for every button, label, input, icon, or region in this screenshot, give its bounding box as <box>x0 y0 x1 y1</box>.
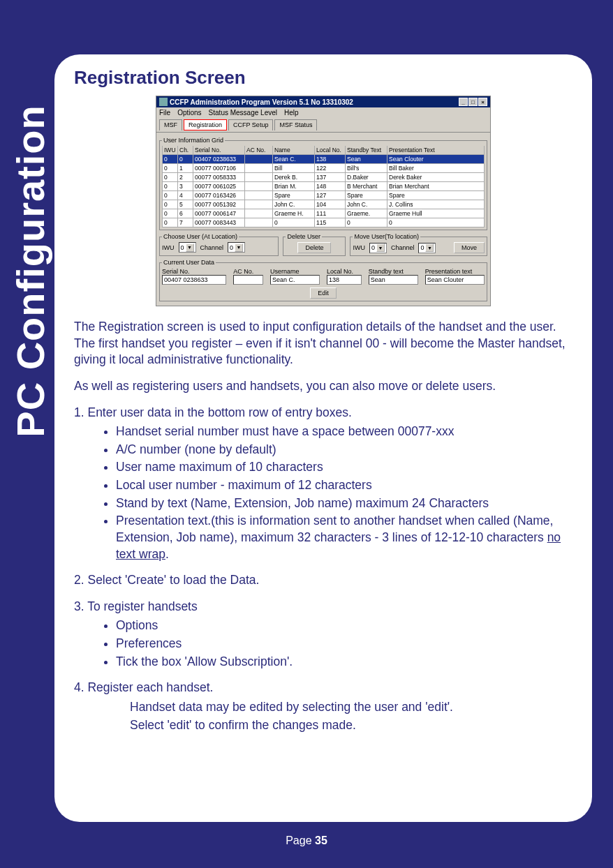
menu-file[interactable]: File <box>159 109 170 117</box>
col-ch: Ch. <box>178 146 193 155</box>
cell: 00077 0051392 <box>193 200 245 209</box>
cell: 7 <box>178 218 193 227</box>
col-ac: AC No. <box>245 146 273 155</box>
choose-iwu-select[interactable]: 0▼ <box>179 242 196 253</box>
cell: John C. <box>346 200 387 209</box>
menubar: File Options Status Message Level Help <box>156 107 490 118</box>
table-row[interactable]: 0200077 0058333Derek B.137D.BakerDerek B… <box>163 173 485 182</box>
table-row[interactable]: 0100077 0007106Bill122Bill'sBill Baker <box>163 164 485 173</box>
cell: J. Collins <box>387 200 485 209</box>
cell: 127 <box>315 191 346 200</box>
move-channel-select[interactable]: 0▼ <box>418 243 436 253</box>
side-tab: PC Configuration <box>6 54 54 487</box>
chevron-down-icon: ▼ <box>186 244 194 252</box>
minimize-button[interactable]: _ <box>459 98 468 106</box>
cell: 104 <box>315 200 346 209</box>
close-button[interactable]: × <box>478 98 487 106</box>
cell: Derek Baker <box>387 173 485 182</box>
cell: Graeme H. <box>273 209 315 218</box>
menu-options[interactable]: Options <box>177 109 201 117</box>
cell: 00077 0006147 <box>193 209 245 218</box>
menu-help[interactable]: Help <box>284 109 299 117</box>
cell: Sean <box>346 155 387 164</box>
cell <box>245 218 273 227</box>
cell: 2 <box>178 173 193 182</box>
bullet: Options <box>116 618 573 634</box>
cell: 138 <box>315 155 346 164</box>
panel: User Information Grid IWU Ch. Serial No.… <box>156 133 490 306</box>
current-user-legend: Current User Data <box>162 259 216 266</box>
table-row[interactable]: 0400077 0163426Spare127SpareSpare <box>163 191 485 200</box>
table-row[interactable]: 0300077 0061025Brian M.148B MerchantBria… <box>163 182 485 191</box>
cur-ac-input[interactable] <box>233 275 263 285</box>
bullet: User name maximum of 10 characters <box>116 459 573 476</box>
bullet: Preferences <box>116 636 573 652</box>
cell: 0 <box>163 209 178 218</box>
cell: Spare <box>273 191 315 200</box>
user-info-grid-legend: User Information Grid <box>162 137 225 144</box>
cell <box>245 173 273 182</box>
edit-button[interactable]: Edit <box>310 287 337 299</box>
grid-header-row: IWU Ch. Serial No. AC No. Name Local No.… <box>163 146 485 155</box>
move-user-group: Move User(To location) IWU 0▼ Channel 0▼… <box>350 233 487 256</box>
col-name: Name <box>273 146 315 155</box>
cell <box>245 209 273 218</box>
col-local: Local No. <box>315 146 346 155</box>
cur-presentation-input[interactable] <box>425 275 485 285</box>
maximize-button[interactable]: □ <box>468 98 478 106</box>
tab-msf-status[interactable]: MSF Status <box>274 119 317 130</box>
cell: 0 <box>273 218 315 227</box>
user-info-grid-group: User Information Grid IWU Ch. Serial No.… <box>159 137 487 230</box>
cell <box>245 155 273 164</box>
col-iwu: IWU <box>163 146 178 155</box>
chevron-down-icon: ▼ <box>425 244 434 252</box>
cur-username-input[interactable] <box>270 275 320 285</box>
cell: 0 <box>163 173 178 182</box>
table-row[interactable]: 0700077 0083443011500 <box>163 218 485 227</box>
cell: Brian M. <box>273 182 315 191</box>
cell: Spare <box>346 191 387 200</box>
menu-status-message-level[interactable]: Status Message Level <box>209 109 277 117</box>
tab-registration[interactable]: Registration <box>184 119 227 130</box>
table-row[interactable]: 0500077 0051392John C.104John C.J. Colli… <box>163 200 485 209</box>
cell: 0 <box>163 155 178 164</box>
titlebar: CCFP Administration Program Version 5.1 … <box>156 96 490 107</box>
cell: 0 <box>178 155 193 164</box>
cell: 00077 0058333 <box>193 173 245 182</box>
step-3: 3. To register handsets <box>74 599 573 615</box>
titlebar-text: CCFP Administration Program Version 5.1 … <box>170 98 353 106</box>
delete-button[interactable]: Delete <box>297 242 331 253</box>
bullet: Handset serial number must have a space … <box>116 424 573 440</box>
current-user-group: Current User Data Serial No. AC No. User… <box>159 259 487 301</box>
move-iwu-select[interactable]: 0▼ <box>369 243 387 253</box>
table-row[interactable]: 0000407 0238633Sean C.138SeanSean Cloute… <box>163 155 485 164</box>
cell: 00077 0061025 <box>193 182 245 191</box>
cell: 0 <box>387 218 485 227</box>
cell: Sean Clouter <box>387 155 485 164</box>
cell: 00077 0083443 <box>193 218 245 227</box>
cell <box>245 164 273 173</box>
para-1: The Registration screen is used to input… <box>74 319 573 368</box>
cell <box>245 191 273 200</box>
step-3-bullets: Options Preferences Tick the box 'Allow … <box>116 618 573 670</box>
tab-ccfp-setup[interactable]: CCFP Setup <box>228 119 273 130</box>
col-presentation: Presentation Text <box>387 146 485 155</box>
bullet: Local user number - maximum of 12 charac… <box>116 477 573 494</box>
move-user-legend: Move User(To location) <box>353 233 420 240</box>
chevron-down-icon: ▼ <box>376 244 385 252</box>
cell: Graeme Hull <box>387 209 485 218</box>
table-row[interactable]: 0600077 0006147Graeme H.111Graeme.Graeme… <box>163 209 485 218</box>
cell: 00077 0007106 <box>193 164 245 173</box>
cur-serial-input[interactable] <box>162 275 226 285</box>
cell: Sean C. <box>273 155 315 164</box>
choose-channel-label: Channel <box>200 244 224 251</box>
side-tab-label: PC Configuration <box>8 105 53 437</box>
cur-local-input[interactable] <box>327 275 362 285</box>
choose-channel-select[interactable]: 0▼ <box>228 242 245 253</box>
app-icon <box>159 98 168 106</box>
tab-msf[interactable]: MSF <box>159 119 182 130</box>
move-button[interactable]: Move <box>454 242 485 253</box>
cell: 0 <box>163 164 178 173</box>
cur-standby-input[interactable] <box>369 275 418 285</box>
cell: 0 <box>163 200 178 209</box>
